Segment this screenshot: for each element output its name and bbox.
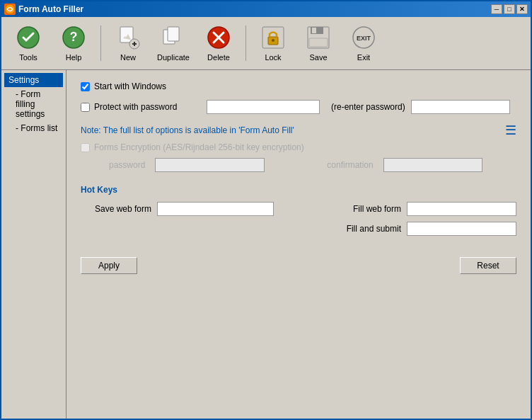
toolbar-separator-1 bbox=[100, 25, 101, 61]
lock-icon bbox=[260, 25, 286, 50]
protect-password-row: Protect with password (re-enter password… bbox=[81, 100, 516, 114]
new-label: New bbox=[120, 53, 136, 62]
sidebar-item-forms-list[interactable]: Forms list bbox=[4, 121, 63, 135]
toolbar-separator-2 bbox=[245, 25, 246, 61]
fill-submit-input[interactable]: Ctrl + Alt + Z bbox=[407, 222, 516, 236]
hotkeys-title: Hot Keys bbox=[81, 185, 516, 195]
protect-password-label[interactable]: Protect with password bbox=[81, 102, 201, 112]
svg-rect-5 bbox=[121, 28, 132, 42]
duplicate-label: Duplicate bbox=[157, 53, 190, 62]
help-icon: ? bbox=[61, 25, 86, 50]
window-title: Form Auto Filler bbox=[18, 4, 83, 14]
start-with-windows-label[interactable]: Start with Windows bbox=[81, 81, 166, 91]
note-text: Note: The full list of options is availa… bbox=[81, 125, 294, 135]
delete-label: Delete bbox=[207, 53, 230, 62]
delete-icon bbox=[206, 25, 231, 50]
fill-web-form-row: Fill web form Ctrl + Alt + F bbox=[337, 202, 516, 216]
bottom-buttons: Apply Reset bbox=[81, 250, 516, 274]
save-icon bbox=[306, 25, 331, 50]
svg-rect-21 bbox=[312, 28, 316, 33]
fill-web-form-input[interactable]: Ctrl + Alt + F bbox=[407, 202, 516, 216]
new-icon bbox=[115, 25, 141, 50]
reset-button[interactable]: Reset bbox=[460, 257, 516, 274]
start-with-windows-checkbox[interactable] bbox=[81, 82, 90, 91]
enc-fields-row: password confirmation bbox=[81, 158, 516, 172]
close-button[interactable]: ✕ bbox=[516, 4, 528, 14]
new-button[interactable]: New bbox=[107, 21, 149, 66]
title-buttons: ─ □ ✕ bbox=[491, 4, 528, 14]
hotkeys-right-col: Fill web form Ctrl + Alt + F Fill and su… bbox=[337, 202, 516, 236]
duplicate-icon bbox=[161, 25, 186, 50]
save-label: Save bbox=[309, 53, 327, 62]
main-window: Form Auto Filler ─ □ ✕ Tools ? bbox=[0, 0, 532, 420]
fill-submit-row: Fill and submit Ctrl + Alt + Z bbox=[337, 222, 516, 236]
reenter-password-input[interactable] bbox=[411, 100, 510, 114]
tools-label: Tools bbox=[19, 53, 37, 62]
content-area: Settings Form filling settings Forms lis… bbox=[1, 70, 531, 419]
encryption-row: Forms Encryption (AES/Rijndael 256-bit k… bbox=[81, 142, 516, 152]
enc-confirmation-label: confirmation bbox=[327, 160, 373, 170]
sidebar: Settings Form filling settings Forms lis… bbox=[1, 70, 66, 419]
hotkeys-section: Hot Keys Save web form Ctrl + Alt + W Fi… bbox=[81, 185, 516, 236]
fill-submit-label: Fill and submit bbox=[337, 224, 401, 234]
enc-confirmation-input[interactable] bbox=[383, 158, 482, 172]
reenter-label: (re-enter password) bbox=[331, 102, 405, 112]
save-web-form-input[interactable]: Ctrl + Alt + W bbox=[157, 202, 274, 216]
exit-button[interactable]: EXIT Exit bbox=[342, 21, 385, 66]
svg-rect-12 bbox=[168, 28, 178, 40]
minimize-button[interactable]: ─ bbox=[491, 4, 502, 14]
svg-point-0 bbox=[5, 4, 15, 14]
svg-rect-22 bbox=[309, 38, 328, 47]
save-button[interactable]: Save bbox=[297, 21, 340, 66]
sidebar-item-form-filling[interactable]: Form filling settings bbox=[4, 87, 63, 121]
hotkeys-left-col: Save web form Ctrl + Alt + W bbox=[81, 202, 274, 236]
exit-label: Exit bbox=[357, 53, 370, 62]
svg-point-18 bbox=[272, 39, 274, 42]
help-button[interactable]: ? Help bbox=[52, 21, 95, 66]
svg-text:?: ? bbox=[70, 30, 78, 44]
fill-web-form-label: Fill web form bbox=[337, 204, 401, 214]
tools-icon bbox=[16, 25, 41, 50]
sidebar-item-settings[interactable]: Settings bbox=[4, 73, 63, 87]
save-web-form-row: Save web form Ctrl + Alt + W bbox=[81, 202, 274, 216]
hotkeys-grid: Save web form Ctrl + Alt + W Fill web fo… bbox=[81, 202, 516, 236]
exit-icon: EXIT bbox=[351, 25, 376, 50]
enc-password-label: password bbox=[109, 160, 145, 170]
svg-text:EXIT: EXIT bbox=[357, 35, 371, 42]
lock-label: Lock bbox=[265, 53, 281, 62]
maximize-button[interactable]: □ bbox=[504, 4, 515, 14]
apply-button[interactable]: Apply bbox=[81, 257, 137, 274]
duplicate-button[interactable]: Duplicate bbox=[152, 21, 195, 66]
tools-button[interactable]: Tools bbox=[7, 21, 50, 66]
toolbar: Tools ? Help bbox=[1, 17, 531, 70]
align-icon: ☰ bbox=[505, 123, 516, 138]
app-icon bbox=[4, 4, 16, 15]
enc-password-input[interactable] bbox=[155, 158, 265, 172]
help-label: Help bbox=[66, 53, 82, 62]
delete-button[interactable]: Delete bbox=[197, 21, 240, 66]
note-row: Note: The full list of options is availa… bbox=[81, 123, 516, 138]
title-bar: Form Auto Filler ─ □ ✕ bbox=[1, 1, 531, 17]
encryption-label[interactable]: Forms Encryption (AES/Rijndael 256-bit k… bbox=[81, 142, 304, 152]
password-input[interactable] bbox=[207, 100, 320, 114]
protect-password-checkbox[interactable] bbox=[81, 103, 90, 112]
main-settings-panel: Start with Windows Protect with password… bbox=[66, 70, 531, 419]
lock-button[interactable]: Lock bbox=[252, 21, 294, 66]
encryption-checkbox bbox=[81, 143, 90, 152]
start-with-windows-row: Start with Windows bbox=[81, 81, 516, 91]
title-bar-left: Form Auto Filler bbox=[4, 4, 83, 15]
save-web-form-label: Save web form bbox=[81, 204, 151, 214]
